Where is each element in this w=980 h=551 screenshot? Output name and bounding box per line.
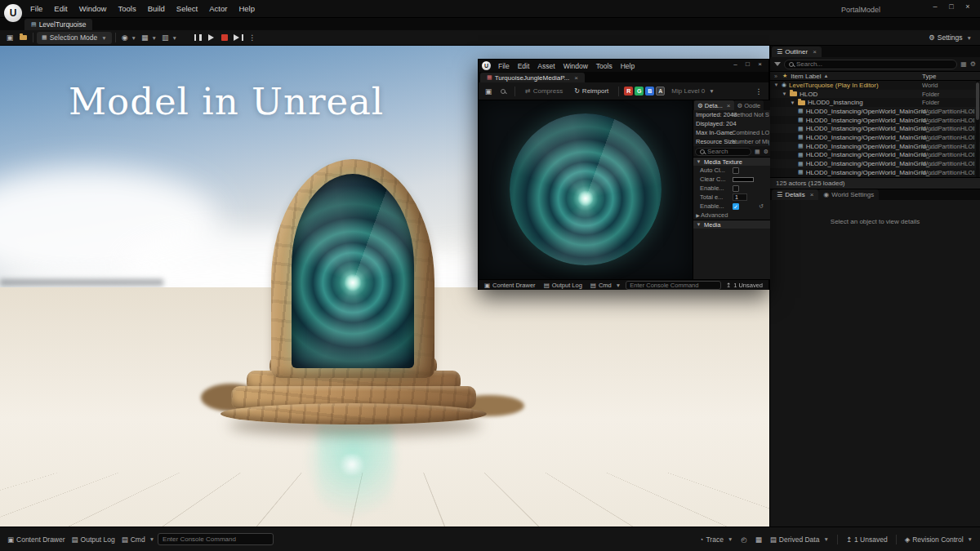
minimize-icon[interactable]: – <box>928 2 942 11</box>
chevron-down-icon[interactable]: ▼ <box>773 82 779 87</box>
pause-button[interactable] <box>191 32 205 44</box>
expand-columns-icon[interactable]: » <box>774 73 777 79</box>
sort-ascending-icon[interactable]: ▲ <box>824 73 829 78</box>
table-row[interactable]: ▦ HLOD0_Instancing/OpenWorld_MainGrid_..… <box>770 133 980 142</box>
menu-tools[interactable]: Tools <box>592 62 617 70</box>
outliner-scrollbar[interactable] <box>976 81 979 177</box>
menu-asset[interactable]: Asset <box>533 62 559 70</box>
tab-level-turquoise[interactable]: ▤ LevelTurquoise <box>24 19 92 30</box>
menu-actor[interactable]: Actor <box>203 4 233 13</box>
menu-edit[interactable]: Edit <box>514 62 534 70</box>
settings-dropdown[interactable]: ⚙ Settings ▼ <box>924 32 977 44</box>
mip-level-dropdown[interactable]: Mip Level 0 ▼ <box>666 85 719 97</box>
compress-button[interactable]: ⇄ Compress <box>520 85 568 97</box>
close-icon[interactable]: × <box>755 60 765 68</box>
table-row[interactable]: ▦ HLOD0_Instancing/OpenWorld_MainGrid_..… <box>770 142 980 151</box>
unsaved-indicator[interactable]: ↥1 Unsaved <box>723 280 766 291</box>
menu-window[interactable]: Window <box>559 62 592 70</box>
save-icon[interactable]: ▣ <box>3 32 16 44</box>
maximize-icon[interactable]: □ <box>742 60 753 68</box>
checkbox[interactable] <box>733 167 739 174</box>
column-item-label[interactable]: Item Label <box>791 73 821 80</box>
checkbox-checked[interactable]: ✓ <box>733 203 739 210</box>
value-field[interactable]: 1 <box>733 193 747 201</box>
minimize-icon[interactable]: – <box>730 60 741 68</box>
section-media[interactable]: ▼ Media <box>693 220 770 229</box>
tab-world-settings[interactable]: ◉ World Settings <box>818 189 879 200</box>
close-icon[interactable]: × <box>727 102 731 109</box>
content-drawer-button[interactable]: ▣Content Drawer <box>4 533 69 546</box>
media-texture-editor-window[interactable]: U File Edit Asset Window Tools Help – □ … <box>478 59 769 290</box>
cmd-dropdown[interactable]: ▤Cmd▼ <box>587 280 624 291</box>
outliner-search-input[interactable] <box>796 60 952 68</box>
menu-tools[interactable]: Tools <box>112 4 141 13</box>
save-icon[interactable]: ▣ <box>482 85 495 97</box>
chevron-down-icon[interactable]: ▼ <box>782 91 787 96</box>
table-row[interactable]: ▼ HLOD Folder <box>770 90 980 99</box>
scrollbar-thumb[interactable] <box>976 82 979 120</box>
details-search-box[interactable] <box>695 148 751 156</box>
gear-icon[interactable]: ⚙ <box>764 149 768 155</box>
output-log-button[interactable]: ▤Output Log <box>69 533 118 546</box>
menu-file[interactable]: File <box>494 62 514 70</box>
maximize-icon[interactable]: □ <box>944 2 959 11</box>
table-row[interactable]: ▼ ◉ LevelTurquoise (Play In Editor) Worl… <box>770 81 980 90</box>
chevron-down-icon[interactable]: ▼ <box>790 100 795 105</box>
close-icon[interactable]: × <box>813 48 817 56</box>
reimport-button[interactable]: ↻ Reimport <box>569 85 613 97</box>
tab-outliner[interactable]: ☰ Outliner × <box>772 47 822 57</box>
filter-icon[interactable] <box>774 62 781 66</box>
derived-data-dropdown[interactable]: ▤Derived Data▼ <box>767 533 832 546</box>
output-log-button[interactable]: ▤Output Log <box>541 280 586 291</box>
alpha-channel-toggle[interactable]: A <box>656 87 665 96</box>
close-icon[interactable]: × <box>810 191 814 198</box>
close-icon[interactable]: × <box>960 2 975 11</box>
menu-edit[interactable]: Edit <box>48 4 73 13</box>
menu-select[interactable]: Select <box>171 4 203 13</box>
table-row[interactable]: ▦ HLOD0_Instancing/OpenWorld_MainGrid_..… <box>770 168 980 177</box>
grid-view-icon[interactable]: ▦ <box>960 60 967 68</box>
content-drawer-button[interactable]: ▣Content Drawer <box>481 280 539 291</box>
stop-button[interactable] <box>218 32 231 44</box>
browse-to-asset-icon[interactable] <box>497 85 510 97</box>
console-command-box[interactable] <box>626 281 721 290</box>
media-window-titlebar[interactable]: U File Edit Asset Window Tools Help – □ … <box>479 60 768 72</box>
color-swatch[interactable] <box>733 177 754 182</box>
green-channel-toggle[interactable]: G <box>635 87 644 96</box>
table-row[interactable]: ▦ HLOD0_Instancing/OpenWorld_MainGrid_..… <box>770 116 980 125</box>
unsaved-indicator[interactable]: ↥1 Unsaved <box>843 533 891 546</box>
blue-channel-toggle[interactable]: B <box>645 87 654 96</box>
revision-control-dropdown[interactable]: ◈Revision Control▼ <box>902 533 976 546</box>
tab-oodle[interactable]: ⚙ Oodle <box>734 100 764 110</box>
trace-dropdown[interactable]: ◔Trace▼ <box>696 533 736 546</box>
blueprints-dropdown[interactable]: ▦▼ <box>139 32 159 44</box>
advanced-expander[interactable]: ▶Advanced <box>693 211 770 220</box>
toolbar-overflow-icon[interactable]: ⋮ <box>246 32 259 44</box>
table-row[interactable]: ▦ HLOD0_Instancing/OpenWorld_MainGrid_..… <box>770 107 980 116</box>
section-media-texture[interactable]: ▼ Media Texture <box>693 157 770 166</box>
menu-help[interactable]: Help <box>233 4 261 13</box>
grid-view-icon[interactable]: ▦ <box>755 149 760 155</box>
checkbox[interactable] <box>733 185 739 192</box>
table-row[interactable]: ▦ HLOD0_Instancing/OpenWorld_MainGrid_..… <box>770 151 980 160</box>
close-icon[interactable]: × <box>574 74 578 82</box>
table-row[interactable]: ▦ HLOD0_Instancing/OpenWorld_MainGrid_..… <box>770 159 980 168</box>
reset-icon[interactable]: ↺ <box>759 203 764 210</box>
frame-skip-button[interactable] <box>205 32 218 44</box>
console-command-box[interactable] <box>158 533 274 545</box>
toolbar-overflow-icon[interactable]: ⋮ <box>752 85 765 97</box>
selection-mode-dropdown[interactable]: ▦ Selection Mode ▼ <box>37 32 112 44</box>
menu-file[interactable]: File <box>24 4 48 13</box>
gear-icon[interactable]: ⚙ <box>970 60 976 68</box>
table-row[interactable]: ▦ HLOD0_Instancing/OpenWorld_MainGrid_..… <box>770 124 980 133</box>
menu-build[interactable]: Build <box>142 4 171 13</box>
unreal-logo[interactable]: U <box>4 4 22 22</box>
cinematics-dropdown[interactable]: ▥▼ <box>159 32 180 44</box>
table-row[interactable]: ▼ HLOD0_Instancing Folder <box>770 98 980 107</box>
texture-preview-viewport[interactable] <box>479 100 693 279</box>
eject-button[interactable] <box>231 32 246 44</box>
insights-icon[interactable]: ◴ <box>737 533 750 546</box>
details-search-input[interactable] <box>707 148 746 155</box>
tab-details[interactable]: ⚙ Deta... × <box>694 100 734 110</box>
menu-window[interactable]: Window <box>74 4 113 13</box>
